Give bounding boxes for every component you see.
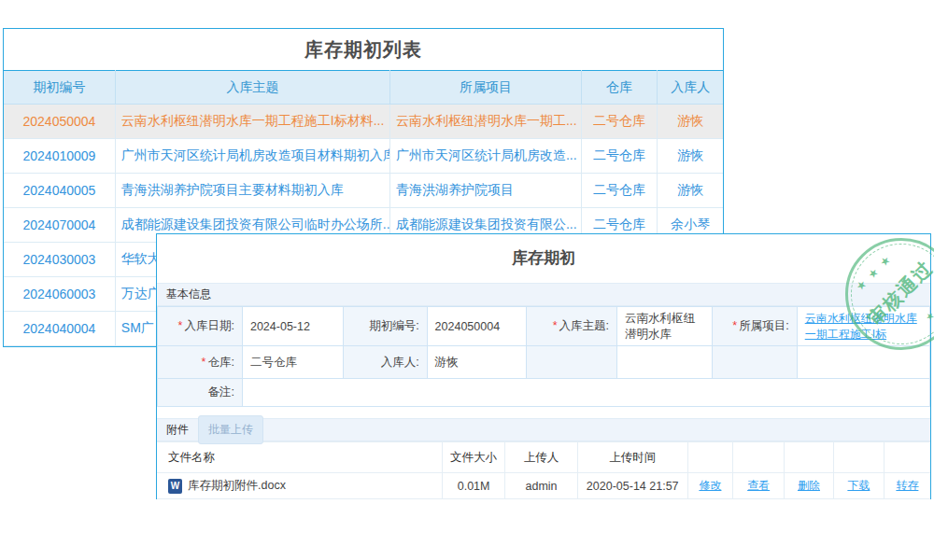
inbound-person-value: 游恢	[427, 346, 527, 379]
col-header-project: 所属项目	[389, 71, 581, 105]
cell-initial-code: 2024010009	[4, 139, 115, 174]
cell-initial-code: 2024040005	[4, 174, 115, 208]
detail-panel-title: 库存期初	[157, 234, 930, 283]
list-panel-title: 库存期初列表	[4, 29, 723, 70]
cell-person: 游恢	[658, 105, 723, 139]
cell-warehouse: 二号仓库	[581, 105, 658, 139]
basic-info-label: 基本信息	[166, 283, 211, 306]
empty-label-cell	[527, 346, 617, 379]
col-header-uploader: 上传人	[505, 442, 578, 473]
cell-initial-code: 2024060003	[4, 277, 115, 312]
table-row[interactable]: 2024040005 青海洪湖养护院项目主要材料期初入库 青海洪湖养护院项目 二…	[4, 174, 723, 208]
required-marker: *	[553, 319, 558, 332]
cell-project: 青海洪湖养护院项目	[389, 174, 581, 208]
inventory-initial-detail-panel: 库存期初 基本信息 *入库日期: 2024-05-12 期初编号: 202405…	[156, 233, 931, 499]
delete-link[interactable]: 删除	[798, 479, 820, 492]
word-document-icon: W	[168, 479, 182, 494]
project-label: *所属项目:	[712, 307, 797, 346]
batch-upload-button[interactable]: 批量上传	[198, 415, 263, 444]
remark-label: 备注:	[158, 379, 243, 407]
col-header-action	[687, 442, 733, 473]
initial-code-label: 期初编号:	[344, 307, 427, 346]
cell-initial-code: 2024030003	[4, 243, 115, 277]
col-header-inbound-person: 入库人	[658, 71, 723, 105]
star-icon: ★ ★	[924, 298, 934, 323]
remark-value	[242, 379, 929, 407]
basic-info-form: *入库日期: 2024-05-12 期初编号: 2024050004 *入库主题…	[157, 306, 930, 407]
required-marker: *	[178, 319, 183, 332]
initial-code-value: 2024050004	[427, 307, 527, 346]
attachment-table: 文件名称 文件大小 上传人 上传时间 W 库存期初附件.doc	[157, 441, 930, 499]
warehouse-value: 二号仓库	[242, 346, 343, 379]
file-name-cell: W 库存期初附件.docx	[157, 473, 443, 499]
col-header-action	[784, 442, 833, 473]
cell-person: 游恢	[658, 139, 723, 174]
inbound-subject-label: *入库主题:	[527, 307, 617, 346]
required-marker: *	[732, 319, 737, 332]
cell-subject: 广州市天河区统计局机房改造项目材料期初入库	[115, 139, 389, 174]
empty-label-cell	[712, 346, 797, 379]
col-header-file-size: 文件大小	[443, 442, 505, 473]
col-header-action	[833, 442, 884, 473]
col-header-warehouse: 仓库	[581, 71, 658, 105]
attachment-row: W 库存期初附件.docx 0.01M admin 2020-05-14 21:…	[157, 473, 930, 499]
empty-value-cell	[617, 346, 713, 379]
inbound-person-label: 入库人:	[344, 346, 427, 379]
table-row[interactable]: 2024010009 广州市天河区统计局机房改造项目材料期初入库 广州市天河区统…	[4, 139, 723, 174]
cell-subject: 青海洪湖养护院项目主要材料期初入库	[115, 174, 389, 208]
attachment-header-row: 文件名称 文件大小 上传人 上传时间	[157, 442, 930, 473]
transfer-link[interactable]: 转存	[896, 479, 918, 492]
file-name: 库存期初附件.docx	[188, 478, 286, 494]
table-header-row: 期初编号 入库主题 所属项目 仓库 入库人	[4, 71, 723, 105]
cell-project: 广州市天河区统计局机房改造...	[389, 139, 581, 174]
col-header-inbound-subject: 入库主题	[115, 71, 389, 105]
cell-project: 云南水利枢纽潜明水库一期工...	[389, 105, 581, 139]
file-uploader: admin	[505, 473, 578, 499]
table-row[interactable]: 2024050004 云南水利枢纽潜明水库一期工程施工I标材料... 云南水利枢…	[4, 105, 723, 139]
required-marker: *	[202, 356, 206, 369]
col-header-action	[733, 442, 785, 473]
cell-initial-code: 2024050004	[4, 105, 115, 139]
modify-link[interactable]: 修改	[699, 479, 721, 492]
cell-warehouse: 二号仓库	[581, 139, 658, 174]
col-header-file-name: 文件名称	[157, 442, 443, 473]
file-upload-time: 2020-05-14 21:57	[577, 473, 687, 499]
col-header-action	[884, 442, 930, 473]
warehouse-label: *仓库:	[158, 346, 243, 379]
file-size: 0.01M	[443, 473, 505, 499]
view-link[interactable]: 查看	[747, 479, 770, 492]
attachment-section-bar: 附件 批量上传	[157, 418, 930, 441]
empty-value-cell	[797, 346, 929, 379]
cell-initial-code: 2024070004	[4, 208, 115, 243]
col-header-upload-time: 上传时间	[577, 442, 687, 473]
inbound-subject-value: 云南水利枢纽潜明水库	[617, 307, 713, 346]
cell-subject: 云南水利枢纽潜明水库一期工程施工I标材料...	[115, 105, 389, 139]
cell-warehouse: 二号仓库	[581, 174, 658, 208]
spacer	[157, 407, 930, 418]
inbound-date-value: 2024-05-12	[242, 307, 343, 346]
cell-person: 游恢	[658, 174, 723, 208]
cell-initial-code: 2024040004	[4, 312, 115, 346]
inbound-date-label: *入库日期:	[158, 307, 243, 346]
screen: 库存期初列表 期初编号 入库主题 所属项目 仓库 入库人 2024050004 …	[0, 0, 934, 560]
download-link[interactable]: 下载	[847, 479, 870, 492]
attachment-label: 附件	[166, 418, 189, 441]
basic-info-section-bar: 基本信息	[157, 283, 930, 306]
col-header-initial-code: 期初编号	[4, 71, 115, 105]
